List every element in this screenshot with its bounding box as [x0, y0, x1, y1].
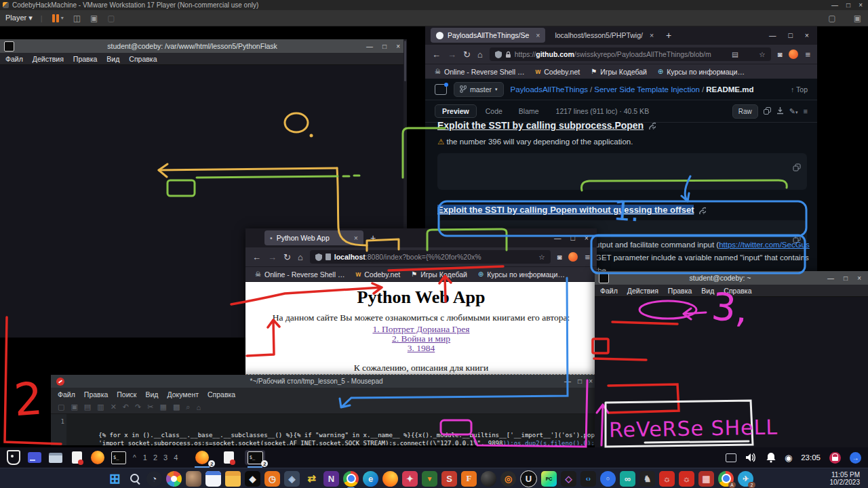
taskbar-app-icon[interactable]: ✈2: [738, 471, 753, 487]
breadcrumb-dir-link[interactable]: Server Side Template Injection: [594, 85, 700, 94]
file-view-tab[interactable]: Preview: [435, 104, 477, 118]
close-button[interactable]: ×: [585, 234, 589, 242]
menu-item[interactable]: Документ: [167, 390, 199, 399]
pocket-icon[interactable]: ◙: [557, 253, 562, 261]
menu-item[interactable]: Правка: [84, 390, 108, 399]
workspace-switcher[interactable]: 1 2 3 4: [143, 453, 180, 462]
toolbar-icon[interactable]: ↶: [123, 403, 129, 411]
app-menu-button[interactable]: ≡: [805, 49, 810, 60]
readme-heading-popen-offset[interactable]: Exploit the SSTI by calling Popen withou…: [437, 205, 807, 215]
menu-item[interactable]: Справка: [129, 55, 157, 63]
terminal-launcher[interactable]: $_: [111, 450, 126, 465]
file-tree-icon[interactable]: [435, 84, 447, 95]
file-view-tab[interactable]: Code: [478, 104, 510, 118]
taskbar-app-icon[interactable]: ✦: [402, 471, 418, 487]
file-manager-launcher[interactable]: [48, 450, 63, 465]
firefox-launcher[interactable]: [90, 450, 105, 465]
back-button[interactable]: ←: [252, 252, 261, 262]
menu-item[interactable]: Справка: [724, 287, 751, 295]
minimize-button[interactable]: —: [769, 31, 776, 39]
minimize-button[interactable]: —: [827, 274, 834, 282]
branch-selector[interactable]: master ▾: [454, 82, 504, 97]
copy-code-icon[interactable]: [793, 162, 801, 174]
maximize-button[interactable]: □: [844, 274, 848, 282]
suspend-button[interactable]: [52, 14, 59, 22]
mousepad-titlebar[interactable]: *~/Рабочий стол/tmp_lesson_5 - Mousepad …: [51, 375, 598, 388]
menu-item[interactable]: Поиск: [117, 390, 136, 399]
maximize-button[interactable]: □: [571, 234, 575, 242]
menu-item[interactable]: Вид: [145, 390, 158, 399]
taskbar-app-icon[interactable]: PC: [541, 471, 557, 487]
taskbar-app-icon[interactable]: ♞: [639, 471, 655, 487]
taskbar-app-icon[interactable]: ☼: [659, 471, 675, 487]
back-to-top-link[interactable]: ↑ Top: [791, 85, 808, 94]
taskbar-app-icon[interactable]: ◆: [245, 471, 260, 487]
terminal-left-titlebar[interactable]: student@codeby: /var/www/html/lesson5/Py…: [0, 39, 407, 53]
outline-icon[interactable]: ≡: [804, 107, 808, 115]
bookmark-item[interactable]: Игры Кодебай: [411, 270, 467, 279]
forward-button[interactable]: →: [268, 252, 277, 262]
toolbar-icon[interactable]: ⌕: [186, 403, 190, 411]
taskbar-app-icon[interactable]: [127, 471, 142, 487]
bookmark-star-icon[interactable]: ☆: [759, 50, 765, 58]
volume-icon[interactable]: [745, 452, 757, 463]
suspend-caret-icon[interactable]: ▾: [61, 15, 64, 21]
profile-avatar[interactable]: [568, 252, 578, 262]
menu-item[interactable]: Файл: [58, 390, 75, 399]
taskbar-app-icon[interactable]: N: [323, 471, 339, 487]
close-button[interactable]: ×: [589, 378, 593, 385]
taskbar-app-icon[interactable]: [225, 471, 241, 487]
edit-pencil-icon[interactable]: ✎▾: [789, 107, 798, 116]
twitter-link[interactable]: https://twitter.com/SecGus: [719, 241, 810, 249]
taskbar-app-icon[interactable]: ◇: [561, 471, 576, 487]
reload-button[interactable]: ↻: [283, 252, 291, 262]
code-block-subprocess[interactable]: {{''.__class__.mro()[1].__subclasses__()…: [437, 153, 807, 190]
menu-item[interactable]: Вид: [106, 55, 119, 63]
maximize-button[interactable]: □: [578, 378, 582, 385]
toolbar-icon[interactable]: ⌂: [196, 403, 201, 411]
taskbar-app-icon[interactable]: ◷: [264, 471, 280, 487]
fullscreen-icon[interactable]: ▣: [90, 14, 98, 23]
download-icon[interactable]: [776, 107, 784, 116]
vm-clock[interactable]: 23:05: [801, 453, 821, 462]
toolbar-icon[interactable]: ▢: [58, 403, 64, 411]
taskbar-app-icon[interactable]: ⇄: [304, 471, 319, 487]
taskbar-app-icon[interactable]: ‹›: [580, 471, 596, 487]
taskbar-app-icon[interactable]: [382, 471, 398, 487]
vmware-close-button[interactable]: ×: [859, 1, 863, 9]
taskbar-app-icon[interactable]: A: [718, 471, 734, 487]
raw-button[interactable]: Raw: [732, 104, 758, 119]
taskbar-app-icon[interactable]: ☼: [679, 471, 694, 487]
maximize-button[interactable]: □: [382, 43, 387, 50]
breadcrumb-repo-link[interactable]: PayloadsAllTheThings: [511, 85, 588, 94]
book-link[interactable]: 1. Портрет Дориана Грея: [245, 325, 597, 334]
toolbar-icon[interactable]: ▣: [71, 403, 77, 411]
toolbar-icon[interactable]: ↷: [135, 403, 141, 411]
book-link[interactable]: 2. Война и мир: [245, 334, 597, 344]
host-clock[interactable]: 11:05 PM 10/2/2023: [830, 471, 868, 486]
taskbar-app-icon[interactable]: [343, 471, 359, 487]
taskbar-app-icon[interactable]: ▼: [422, 471, 437, 487]
taskbar-app-icon[interactable]: ⊞: [107, 471, 123, 487]
toolbar-icon[interactable]: ▩: [173, 403, 180, 411]
window-list-icon[interactable]: [726, 453, 736, 462]
menu-item[interactable]: Правка: [668, 287, 692, 295]
toolbar-icon[interactable]: ✂: [147, 403, 153, 411]
taskbar-app-icon[interactable]: [205, 471, 221, 487]
toolbar-icon[interactable]: ▦: [160, 403, 167, 411]
kali-menu-button[interactable]: [6, 450, 21, 465]
taskbar-app-icon[interactable]: ▦: [698, 471, 714, 487]
bookmark-item[interactable]: Курсы по информаци…: [658, 68, 745, 76]
close-button[interactable]: ×: [805, 31, 809, 39]
app-menu-button[interactable]: ≡: [585, 252, 590, 262]
taskbar-app-icon[interactable]: U: [520, 470, 537, 487]
pocket-icon[interactable]: ◙: [778, 50, 783, 58]
reader-icon[interactable]: ▤: [732, 50, 738, 58]
bookmark-item[interactable]: Online - Reverse Shell …: [435, 68, 524, 76]
bookmark-star-icon[interactable]: ☆: [538, 253, 545, 261]
toolbar-icon[interactable]: ▥: [97, 403, 104, 411]
home-button[interactable]: ⌂: [298, 252, 303, 262]
taskbar-app-icon[interactable]: F: [461, 471, 477, 487]
bookmark-item[interactable]: Codeby.net: [535, 68, 580, 76]
minimize-button[interactable]: —: [366, 43, 373, 50]
